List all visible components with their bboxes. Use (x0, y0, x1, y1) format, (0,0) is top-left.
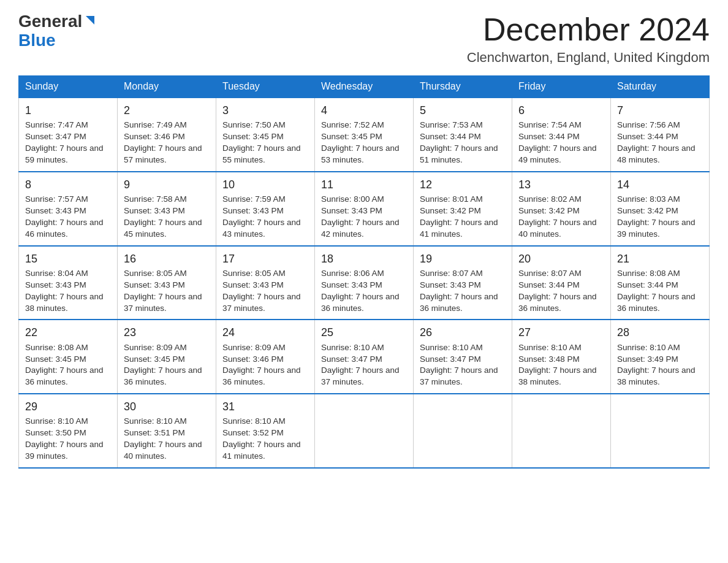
col-header-friday: Friday (512, 76, 611, 98)
week-row-4: 22Sunrise: 8:08 AMSunset: 3:45 PMDayligh… (19, 320, 710, 394)
sunset-text: Sunset: 3:43 PM (25, 206, 86, 215)
sunset-text: Sunset: 3:44 PM (518, 280, 580, 289)
week-row-1: 1Sunrise: 7:47 AMSunset: 3:47 PMDaylight… (19, 98, 710, 172)
day-number: 16 (124, 251, 210, 267)
sunset-text: Sunset: 3:43 PM (25, 280, 86, 289)
sunrise-text: Sunrise: 8:03 AM (617, 194, 680, 204)
calendar-cell: 10Sunrise: 7:59 AMSunset: 3:43 PMDayligh… (216, 172, 315, 246)
daylight-text: Daylight: 7 hours and 39 minutes. (25, 440, 104, 461)
calendar-cell: 2Sunrise: 7:49 AMSunset: 3:46 PMDaylight… (118, 98, 216, 172)
subtitle: Clenchwarton, England, United Kingdom (467, 50, 710, 66)
sunset-text: Sunset: 3:50 PM (25, 428, 86, 437)
col-header-saturday: Saturday (611, 76, 710, 98)
sunrise-text: Sunrise: 8:01 AM (420, 194, 483, 204)
sunrise-text: Sunrise: 8:10 AM (617, 343, 680, 352)
sunset-text: Sunset: 3:44 PM (518, 132, 580, 141)
sunrise-text: Sunrise: 7:52 AM (321, 120, 384, 129)
sunset-text: Sunset: 3:44 PM (420, 132, 481, 141)
sunrise-text: Sunrise: 8:09 AM (222, 343, 286, 352)
sunset-text: Sunset: 3:48 PM (518, 354, 580, 364)
sunset-text: Sunset: 3:44 PM (617, 132, 678, 141)
calendar-cell: 28Sunrise: 8:10 AMSunset: 3:49 PMDayligh… (611, 320, 710, 394)
calendar-cell: 7Sunrise: 7:56 AMSunset: 3:44 PMDaylight… (611, 98, 710, 172)
daylight-text: Daylight: 7 hours and 40 minutes. (518, 218, 597, 239)
day-number: 18 (321, 251, 407, 267)
sunrise-text: Sunrise: 8:10 AM (518, 343, 582, 352)
calendar-cell: 12Sunrise: 8:01 AMSunset: 3:42 PMDayligh… (414, 172, 512, 246)
svg-marker-0 (86, 16, 94, 25)
day-number: 8 (25, 177, 111, 193)
logo-blue-text: Blue (18, 31, 56, 50)
sunset-text: Sunset: 3:47 PM (25, 132, 86, 141)
sunset-text: Sunset: 3:46 PM (222, 354, 284, 364)
calendar-cell (611, 394, 710, 468)
title-area: December 2024 Clenchwarton, England, Uni… (467, 12, 710, 66)
sunset-text: Sunset: 3:45 PM (222, 132, 284, 141)
calendar-cell: 31Sunrise: 8:10 AMSunset: 3:52 PMDayligh… (216, 394, 315, 468)
sunset-text: Sunset: 3:45 PM (25, 354, 86, 364)
calendar-cell (414, 394, 512, 468)
day-number: 19 (420, 251, 506, 267)
sunrise-text: Sunrise: 7:57 AM (25, 194, 88, 204)
day-number: 25 (321, 325, 407, 340)
sunset-text: Sunset: 3:52 PM (222, 428, 284, 437)
calendar-cell: 13Sunrise: 8:02 AMSunset: 3:42 PMDayligh… (512, 172, 611, 246)
calendar-cell: 4Sunrise: 7:52 AMSunset: 3:45 PMDaylight… (315, 98, 414, 172)
day-number: 24 (222, 325, 308, 340)
sunrise-text: Sunrise: 7:53 AM (420, 120, 483, 129)
sunrise-text: Sunrise: 8:09 AM (124, 343, 187, 352)
sunset-text: Sunset: 3:43 PM (124, 206, 185, 215)
col-header-wednesday: Wednesday (315, 76, 414, 98)
sunrise-text: Sunrise: 8:10 AM (321, 343, 384, 352)
daylight-text: Daylight: 7 hours and 43 minutes. (222, 218, 301, 239)
day-number: 26 (420, 325, 506, 340)
sunset-text: Sunset: 3:43 PM (222, 280, 284, 289)
calendar-cell: 23Sunrise: 8:09 AMSunset: 3:45 PMDayligh… (118, 320, 216, 394)
calendar-cell: 24Sunrise: 8:09 AMSunset: 3:46 PMDayligh… (216, 320, 315, 394)
calendar-cell: 20Sunrise: 8:07 AMSunset: 3:44 PMDayligh… (512, 246, 611, 320)
calendar-cell: 5Sunrise: 7:53 AMSunset: 3:44 PMDaylight… (414, 98, 512, 172)
sunrise-text: Sunrise: 7:58 AM (124, 194, 187, 204)
calendar-cell: 16Sunrise: 8:05 AMSunset: 3:43 PMDayligh… (118, 246, 216, 320)
calendar-cell: 30Sunrise: 8:10 AMSunset: 3:51 PMDayligh… (118, 394, 216, 468)
daylight-text: Daylight: 7 hours and 36 minutes. (222, 366, 301, 386)
day-number: 7 (617, 103, 703, 118)
sunrise-text: Sunrise: 8:07 AM (518, 269, 582, 278)
day-number: 12 (420, 177, 506, 193)
daylight-text: Daylight: 7 hours and 36 minutes. (124, 366, 202, 386)
sunset-text: Sunset: 3:42 PM (518, 206, 580, 215)
day-number: 10 (222, 177, 308, 193)
day-number: 29 (25, 399, 111, 415)
day-number: 21 (617, 251, 703, 267)
col-header-sunday: Sunday (19, 76, 118, 98)
sunrise-text: Sunrise: 7:49 AM (124, 120, 187, 129)
day-number: 22 (25, 325, 111, 340)
sunrise-text: Sunrise: 8:02 AM (518, 194, 582, 204)
sunset-text: Sunset: 3:42 PM (420, 206, 481, 215)
daylight-text: Daylight: 7 hours and 46 minutes. (25, 218, 104, 239)
sunrise-text: Sunrise: 8:10 AM (420, 343, 483, 352)
calendar-header-row: SundayMondayTuesdayWednesdayThursdayFrid… (19, 76, 710, 98)
sunrise-text: Sunrise: 8:08 AM (25, 343, 88, 352)
day-number: 28 (617, 325, 703, 340)
daylight-text: Daylight: 7 hours and 51 minutes. (420, 144, 498, 164)
sunset-text: Sunset: 3:44 PM (617, 280, 678, 289)
calendar-cell: 14Sunrise: 8:03 AMSunset: 3:42 PMDayligh… (611, 172, 710, 246)
sunrise-text: Sunrise: 7:50 AM (222, 120, 286, 129)
calendar-cell: 1Sunrise: 7:47 AMSunset: 3:47 PMDaylight… (19, 98, 118, 172)
day-number: 5 (420, 103, 506, 118)
day-number: 27 (518, 325, 604, 340)
week-row-3: 15Sunrise: 8:04 AMSunset: 3:43 PMDayligh… (19, 246, 710, 320)
sunrise-text: Sunrise: 8:08 AM (617, 269, 680, 278)
calendar-cell: 19Sunrise: 8:07 AMSunset: 3:43 PMDayligh… (414, 246, 512, 320)
daylight-text: Daylight: 7 hours and 57 minutes. (124, 144, 202, 164)
daylight-text: Daylight: 7 hours and 37 minutes. (124, 292, 202, 313)
day-number: 23 (124, 325, 210, 340)
sunset-text: Sunset: 3:43 PM (420, 280, 481, 289)
calendar-cell (512, 394, 611, 468)
daylight-text: Daylight: 7 hours and 59 minutes. (25, 144, 104, 164)
calendar-cell: 18Sunrise: 8:06 AMSunset: 3:43 PMDayligh… (315, 246, 414, 320)
daylight-text: Daylight: 7 hours and 38 minutes. (518, 366, 597, 386)
daylight-text: Daylight: 7 hours and 49 minutes. (518, 144, 597, 164)
sunset-text: Sunset: 3:45 PM (321, 132, 382, 141)
